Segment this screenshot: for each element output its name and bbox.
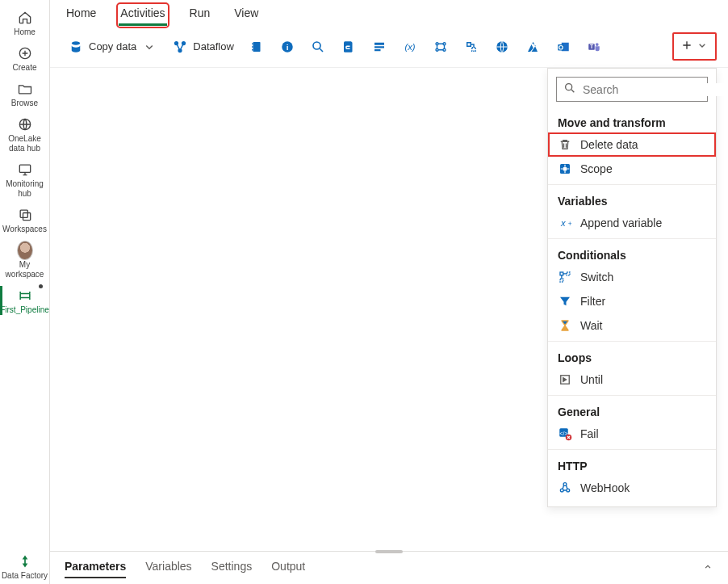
svg-point-15	[313, 42, 320, 49]
svg-rect-24	[467, 42, 471, 46]
rail-browse[interactable]: Browse	[0, 76, 49, 111]
info-button[interactable]: i	[273, 36, 302, 58]
append-var-icon: x+	[558, 216, 572, 230]
svg-rect-39	[567, 272, 570, 275]
item-delete-data[interactable]: Delete data	[548, 132, 716, 157]
rail-home[interactable]: Home	[0, 5, 49, 40]
procedure-icon	[371, 39, 387, 55]
filter-icon	[558, 294, 572, 309]
svg-rect-4	[23, 213, 30, 221]
outlook-icon	[555, 39, 571, 55]
tab-home[interactable]: Home	[65, 5, 98, 26]
folder-icon	[17, 81, 33, 97]
item-fail[interactable]: </> Fail	[548, 422, 716, 446]
group-header: Conditionals	[548, 242, 716, 265]
svg-rect-16	[374, 42, 384, 44]
item-filter[interactable]: Filter	[548, 289, 716, 313]
svg-point-21	[443, 42, 446, 44]
data-factory-icon	[17, 553, 33, 569]
search-input[interactable]	[583, 83, 724, 96]
webhook-icon	[558, 481, 572, 495]
info-icon: i	[279, 39, 295, 55]
rail-monitoring[interactable]: Monitoring hub	[0, 157, 49, 202]
tab-run[interactable]: Run	[188, 5, 212, 26]
collapse-button[interactable]	[702, 561, 713, 575]
script-button[interactable]	[334, 36, 363, 58]
rail-label: Monitoring hub	[0, 179, 49, 199]
svg-rect-2	[19, 165, 30, 172]
svg-text:i: i	[286, 42, 288, 51]
rail-workspaces[interactable]: Workspaces	[0, 202, 49, 237]
rail-data-factory[interactable]: Data Factory	[0, 548, 49, 584]
rail-pipeline[interactable]: First_Pipeline	[0, 283, 49, 318]
web-button[interactable]	[487, 36, 517, 58]
svg-rect-38	[560, 272, 563, 275]
svg-point-32	[596, 43, 599, 46]
rail-label: Browse	[11, 99, 38, 108]
pipeline-canvas[interactable]: Move and transform Delete data Scope Var…	[50, 68, 728, 551]
procedure-button[interactable]	[365, 36, 394, 58]
svg-rect-9	[253, 42, 260, 52]
search-icon	[563, 82, 576, 97]
rail-label: First_Pipeline	[0, 305, 49, 315]
chevron-down-icon	[141, 39, 157, 55]
btab-output[interactable]: Output	[271, 560, 305, 576]
foreach-icon	[463, 39, 479, 55]
onelake-icon	[17, 116, 33, 132]
svg-rect-10	[252, 43, 253, 44]
search-tool-button[interactable]	[303, 36, 333, 58]
resize-grip[interactable]	[375, 550, 403, 553]
home-icon	[17, 10, 33, 26]
plus-icon	[680, 39, 693, 54]
btab-parameters[interactable]: Parameters	[65, 560, 126, 576]
rail-label: OneLake data hub	[0, 134, 49, 153]
top-tabs: Home Activities Run View	[50, 0, 728, 26]
item-switch[interactable]: Switch	[548, 265, 716, 289]
globe-icon	[494, 39, 510, 55]
add-activity-button[interactable]	[672, 32, 717, 61]
notebook-button[interactable]	[242, 36, 271, 58]
copy-data-label: Copy data	[89, 40, 136, 53]
script-icon	[341, 39, 357, 55]
svg-text:(x): (x)	[404, 41, 415, 51]
svg-point-20	[436, 42, 438, 44]
btab-variables[interactable]: Variables	[145, 560, 191, 576]
dataflow-button[interactable]: Dataflow	[165, 36, 241, 58]
svg-point-33	[566, 84, 572, 90]
teams-button[interactable]: T	[579, 36, 609, 58]
lookup-button[interactable]	[426, 36, 455, 58]
rail-create[interactable]: Create	[0, 40, 49, 76]
item-scope[interactable]: Scope	[548, 157, 716, 181]
outlook-button[interactable]	[549, 36, 578, 58]
left-rail: Home Create Browse OneLake data hub Moni…	[0, 0, 50, 584]
azure-button[interactable]	[518, 36, 547, 58]
item-webhook[interactable]: WebHook	[548, 476, 716, 500]
rail-label: Workspaces	[2, 225, 47, 234]
rail-onelake[interactable]: OneLake data hub	[0, 111, 49, 157]
svg-rect-17	[374, 46, 384, 48]
unsaved-dot-icon	[39, 284, 43, 288]
svg-rect-18	[374, 49, 381, 51]
svg-text:+: +	[568, 221, 572, 228]
copy-data-button[interactable]: Copy data	[61, 36, 164, 58]
graph-icon	[433, 39, 449, 55]
foreach-button[interactable]	[457, 36, 486, 58]
group-header: Loops	[548, 345, 716, 368]
rail-my-workspace[interactable]: My workspace	[0, 237, 49, 283]
btab-settings[interactable]: Settings	[211, 560, 253, 576]
trash-icon	[558, 137, 572, 152]
group-header: Move and transform	[548, 110, 716, 132]
tab-activities[interactable]: Activities	[119, 5, 166, 26]
group-header: General	[548, 399, 716, 422]
svg-rect-5	[20, 294, 30, 298]
svg-text:</>: </>	[560, 431, 568, 436]
teams-icon: T	[586, 39, 602, 55]
rail-label: Create	[12, 63, 36, 73]
variable-button[interactable]: (x)	[395, 36, 425, 58]
activities-toolbar: Copy data Dataflow i (x) T	[50, 26, 728, 68]
item-until[interactable]: Until	[548, 368, 716, 392]
search-box[interactable]	[556, 77, 708, 102]
tab-view[interactable]: View	[232, 5, 260, 26]
item-append-variable[interactable]: x+ Append variable	[548, 211, 716, 235]
item-wait[interactable]: Wait	[548, 313, 716, 338]
